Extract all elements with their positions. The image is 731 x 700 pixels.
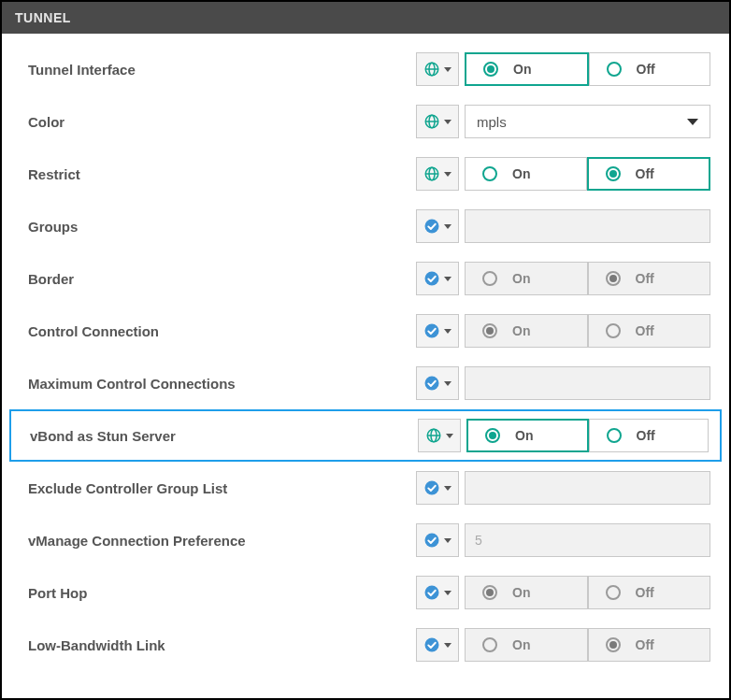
radio-dot-icon <box>483 62 498 77</box>
radio-dot-icon <box>606 585 621 600</box>
controls-color: mpls <box>416 105 710 138</box>
label-port_hop: Port Hop <box>28 585 416 601</box>
radio-dot-icon <box>485 428 500 443</box>
radio-low_bandwidth-on: On <box>465 628 588 662</box>
row-groups: Groups <box>28 200 710 252</box>
mode-toggle-border[interactable] <box>416 262 459 295</box>
radio-dot-icon <box>607 62 622 77</box>
radio-label: On <box>512 323 530 338</box>
label-vbond_stun: vBond as Stun Server <box>30 428 418 444</box>
mode-toggle-groups[interactable] <box>416 209 459 243</box>
radio-label: Off <box>636 323 654 338</box>
check-icon <box>423 532 440 549</box>
radio-label: On <box>512 271 530 286</box>
chevron-down-icon <box>687 119 698 125</box>
radio-low_bandwidth-off: Off <box>588 628 711 662</box>
radio-dot-icon <box>482 271 497 286</box>
radio-label: Off <box>636 271 654 286</box>
input-groups[interactable] <box>465 209 710 243</box>
mode-toggle-restrict[interactable] <box>416 157 459 191</box>
select-color[interactable]: mpls <box>465 105 710 138</box>
mode-toggle-control_connection[interactable] <box>416 314 459 348</box>
chevron-down-icon <box>444 381 452 386</box>
check-icon <box>423 322 440 339</box>
input-vmanage_conn_pref[interactable] <box>465 523 710 557</box>
radio-label: Off <box>636 585 654 600</box>
chevron-down-icon <box>444 224 452 229</box>
chevron-down-icon <box>444 643 452 648</box>
radio-dot-icon <box>482 323 497 338</box>
mode-toggle-port_hop[interactable] <box>416 576 459 609</box>
mode-toggle-vbond_stun[interactable] <box>418 419 461 452</box>
globe-icon <box>423 113 440 130</box>
row-tunnel_interface: Tunnel InterfaceOnOff <box>28 43 710 95</box>
radio-group-control_connection: OnOff <box>465 314 710 348</box>
check-icon <box>423 270 440 287</box>
radio-dot-icon <box>606 323 621 338</box>
label-control_connection: Control Connection <box>28 323 416 339</box>
form-body: Tunnel InterfaceOnOffColormplsRestrictOn… <box>2 34 729 680</box>
radio-control_connection-off: Off <box>588 314 711 348</box>
radio-port_hop-off: Off <box>588 576 711 609</box>
radio-tunnel_interface-on[interactable]: On <box>465 52 589 86</box>
check-icon <box>423 584 440 601</box>
radio-dot-icon <box>606 637 621 652</box>
label-tunnel_interface: Tunnel Interface <box>28 62 416 78</box>
controls-control_connection: OnOff <box>416 314 710 348</box>
mode-toggle-tunnel_interface[interactable] <box>416 52 459 86</box>
label-vmanage_conn_pref: vManage Connection Preference <box>28 533 416 549</box>
mode-toggle-vmanage_conn_pref[interactable] <box>416 523 459 557</box>
mode-toggle-max_control_connections[interactable] <box>416 366 459 400</box>
label-groups: Groups <box>28 219 416 235</box>
svg-point-10 <box>425 272 439 286</box>
radio-dot-icon <box>606 271 621 286</box>
radio-vbond_stun-off[interactable]: Off <box>589 419 710 452</box>
chevron-down-icon <box>444 277 452 281</box>
controls-low_bandwidth: OnOff <box>416 628 710 662</box>
row-vmanage_conn_pref: vManage Connection Preference <box>28 514 710 566</box>
check-icon <box>423 375 440 392</box>
controls-tunnel_interface: OnOff <box>416 52 710 86</box>
radio-dot-icon <box>482 166 497 181</box>
row-exclude_controller_group: Exclude Controller Group List <box>28 462 710 514</box>
controls-border: OnOff <box>416 262 710 295</box>
radio-label: Off <box>637 428 655 443</box>
check-icon <box>423 636 440 653</box>
controls-vbond_stun: OnOff <box>418 419 709 452</box>
svg-point-17 <box>425 534 439 548</box>
radio-vbond_stun-on[interactable]: On <box>466 419 589 452</box>
controls-restrict: OnOff <box>416 157 710 191</box>
label-border: Border <box>28 271 416 287</box>
input-exclude_controller_group[interactable] <box>465 471 710 505</box>
radio-label: On <box>512 166 530 181</box>
row-max_control_connections: Maximum Control Connections <box>28 357 710 409</box>
controls-exclude_controller_group <box>416 471 710 505</box>
chevron-down-icon <box>444 120 452 124</box>
input-max_control_connections[interactable] <box>465 366 710 400</box>
controls-max_control_connections <box>416 366 710 400</box>
label-max_control_connections: Maximum Control Connections <box>28 376 416 392</box>
globe-icon <box>423 165 440 182</box>
radio-restrict-off[interactable]: Off <box>587 157 711 191</box>
radio-group-border: OnOff <box>465 262 710 295</box>
svg-point-19 <box>425 638 439 652</box>
row-restrict: RestrictOnOff <box>28 148 710 200</box>
svg-point-16 <box>425 481 439 495</box>
mode-toggle-low_bandwidth[interactable] <box>416 628 459 662</box>
row-low_bandwidth: Low-Bandwidth LinkOnOff <box>28 619 710 671</box>
radio-label: Off <box>636 637 654 652</box>
controls-groups <box>416 209 710 243</box>
svg-point-9 <box>425 220 439 234</box>
chevron-down-icon <box>444 67 452 72</box>
mode-toggle-color[interactable] <box>416 105 459 138</box>
radio-label: On <box>515 428 533 443</box>
chevron-down-icon <box>444 172 452 177</box>
label-color: Color <box>28 114 416 130</box>
radio-label: On <box>512 637 530 652</box>
label-low_bandwidth: Low-Bandwidth Link <box>28 637 416 653</box>
mode-toggle-exclude_controller_group[interactable] <box>416 471 459 505</box>
radio-group-port_hop: OnOff <box>465 576 710 609</box>
radio-restrict-on[interactable]: On <box>465 157 587 191</box>
svg-point-12 <box>425 377 439 391</box>
radio-tunnel_interface-off[interactable]: Off <box>589 52 711 86</box>
